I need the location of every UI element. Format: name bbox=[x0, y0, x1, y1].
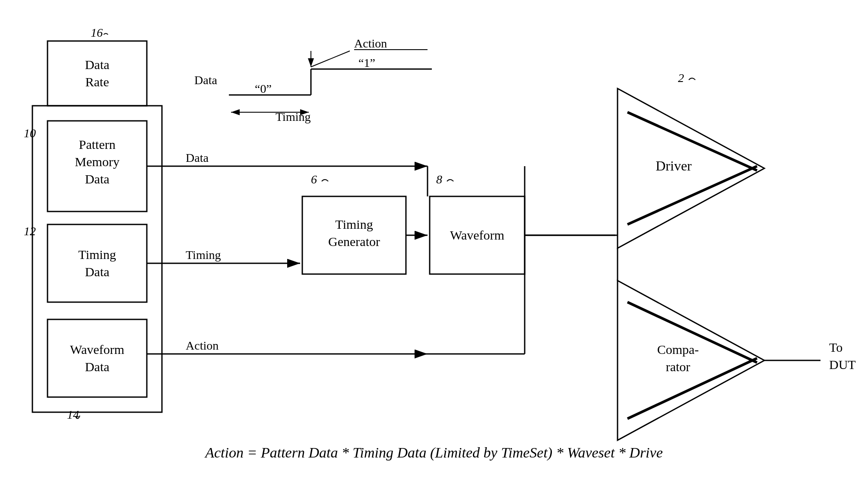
comparator-line4: rator bbox=[666, 360, 691, 374]
timing-generator-line2: Generator bbox=[328, 234, 380, 249]
action-pointer-line bbox=[311, 51, 350, 67]
action-wire-label: Action bbox=[186, 339, 219, 352]
timing-data-box bbox=[48, 224, 147, 302]
pattern-memory-line2: Memory bbox=[75, 155, 119, 169]
timing-generator-line1: Timing bbox=[335, 217, 373, 231]
wave-one-label: “1” bbox=[358, 56, 375, 69]
data-rate-line1: Data bbox=[85, 57, 110, 72]
ref16-label: 16 bbox=[91, 26, 103, 39]
ref2-label: 2 bbox=[678, 71, 684, 85]
pattern-memory-line3: Data bbox=[85, 172, 110, 186]
waveform-data-label: Data bbox=[194, 73, 217, 87]
ref6-label: 6 bbox=[311, 173, 317, 186]
to-dut-line1: To bbox=[829, 340, 843, 354]
diagram-container: 16 Data Rate 10 Pattern Memory Data 12 T… bbox=[0, 0, 868, 486]
waveform-data-line1: Waveform bbox=[70, 342, 124, 357]
timing-data-line2: Data bbox=[85, 265, 110, 279]
timing-data-line1: Timing bbox=[78, 247, 116, 262]
data-rate-box bbox=[48, 41, 147, 106]
timing-wire-label: Timing bbox=[186, 248, 221, 262]
data-rate-line2: Rate bbox=[86, 75, 109, 89]
data-wire-label: Data bbox=[186, 151, 209, 164]
ref14-label: 14 bbox=[67, 408, 79, 421]
driver-text: Driver bbox=[656, 158, 692, 174]
to-dut-line2: DUT bbox=[829, 357, 856, 372]
pattern-memory-line1: Pattern bbox=[79, 137, 116, 151]
wave-zero-label: “0” bbox=[255, 82, 272, 95]
waveform-label: Waveform bbox=[450, 228, 504, 242]
action-top-label: Action bbox=[354, 37, 387, 50]
ref8-label: 8 bbox=[436, 173, 442, 186]
comparator-triangle bbox=[618, 281, 764, 440]
waveform-data-line2: Data bbox=[85, 360, 110, 374]
waveform-data-box bbox=[48, 319, 147, 397]
ref10-label: 10 bbox=[24, 126, 36, 140]
formula-text: Action = Pattern Data * Timing Data (Lim… bbox=[204, 445, 663, 461]
comparator-line3: Compa- bbox=[657, 342, 699, 357]
ref12-label: 12 bbox=[24, 224, 36, 238]
